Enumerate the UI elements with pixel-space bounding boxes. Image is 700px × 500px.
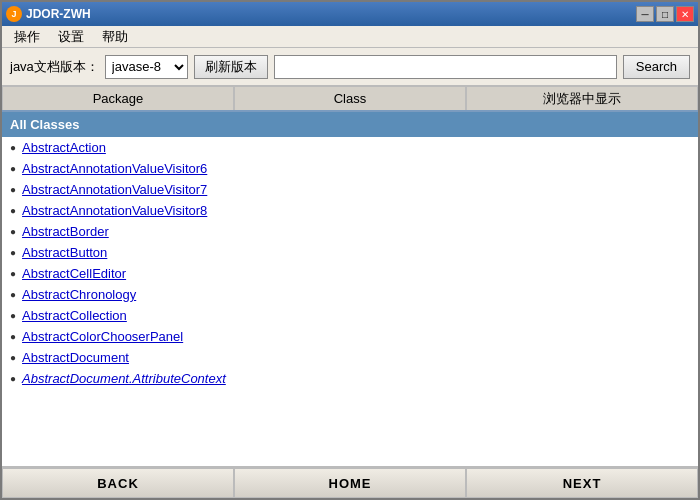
class-link[interactable]: AbstractAnnotationValueVisitor6: [22, 161, 207, 176]
refresh-button[interactable]: 刷新版本: [194, 55, 268, 79]
bullet-icon: ●: [10, 184, 16, 195]
list-item[interactable]: ●AbstractDocument.AttributeContext: [2, 368, 698, 389]
bullet-icon: ●: [10, 226, 16, 237]
list-panel: All Classes ●AbstractAction●AbstractAnno…: [2, 112, 698, 466]
list-item[interactable]: ●AbstractCellEditor: [2, 263, 698, 284]
title-bar: J JDOR-ZWH ─ □ ✕: [2, 2, 698, 26]
version-dropdown[interactable]: javase-8 javase-11 javase-17: [106, 56, 187, 78]
bullet-icon: ●: [10, 205, 16, 216]
window-controls: ─ □ ✕: [636, 6, 694, 22]
search-input[interactable]: [274, 55, 617, 79]
menu-item-help[interactable]: 帮助: [94, 26, 136, 48]
version-select-wrapper[interactable]: javase-8 javase-11 javase-17: [105, 55, 188, 79]
class-link[interactable]: AbstractAnnotationValueVisitor7: [22, 182, 207, 197]
bullet-icon: ●: [10, 163, 16, 174]
class-link[interactable]: AbstractDocument.AttributeContext: [22, 371, 226, 386]
menu-bar: 操作 设置 帮助: [2, 26, 698, 48]
list-header: All Classes: [2, 112, 698, 137]
bullet-icon: ●: [10, 331, 16, 342]
close-button[interactable]: ✕: [676, 6, 694, 22]
home-button[interactable]: HOME: [234, 468, 466, 498]
minimize-button[interactable]: ─: [636, 6, 654, 22]
window-title: JDOR-ZWH: [26, 7, 91, 21]
class-link[interactable]: AbstractAction: [22, 140, 106, 155]
class-link[interactable]: AbstractCollection: [22, 308, 127, 323]
bullet-icon: ●: [10, 142, 16, 153]
list-item[interactable]: ●AbstractAnnotationValueVisitor8: [2, 200, 698, 221]
app-icon: J: [6, 6, 22, 22]
list-item[interactable]: ●AbstractAnnotationValueVisitor6: [2, 158, 698, 179]
bottom-nav: BACK HOME NEXT: [2, 466, 698, 498]
class-link[interactable]: AbstractColorChooserPanel: [22, 329, 183, 344]
bullet-icon: ●: [10, 247, 16, 258]
class-link[interactable]: AbstractCellEditor: [22, 266, 126, 281]
list-item[interactable]: ●AbstractDocument: [2, 347, 698, 368]
class-link[interactable]: AbstractDocument: [22, 350, 129, 365]
class-link[interactable]: AbstractBorder: [22, 224, 109, 239]
search-button[interactable]: Search: [623, 55, 690, 79]
version-label: java文档版本：: [10, 58, 99, 76]
list-scroll[interactable]: ●AbstractAction●AbstractAnnotationValueV…: [2, 137, 698, 466]
list-item[interactable]: ●AbstractButton: [2, 242, 698, 263]
tab-bar: Package Class 浏览器中显示: [2, 86, 698, 112]
content-area: All Classes ●AbstractAction●AbstractAnno…: [2, 112, 698, 466]
tab-class[interactable]: Class: [234, 86, 466, 110]
list-item[interactable]: ●AbstractAnnotationValueVisitor7: [2, 179, 698, 200]
maximize-button[interactable]: □: [656, 6, 674, 22]
next-button[interactable]: NEXT: [466, 468, 698, 498]
back-button[interactable]: BACK: [2, 468, 234, 498]
menu-item-settings[interactable]: 设置: [50, 26, 92, 48]
bullet-icon: ●: [10, 289, 16, 300]
list-item[interactable]: ●AbstractAction: [2, 137, 698, 158]
class-link[interactable]: AbstractChronology: [22, 287, 136, 302]
class-link[interactable]: AbstractAnnotationValueVisitor8: [22, 203, 207, 218]
toolbar: java文档版本： javase-8 javase-11 javase-17 刷…: [2, 48, 698, 86]
main-window: J JDOR-ZWH ─ □ ✕ 操作 设置 帮助 java文档版本： java…: [0, 0, 700, 500]
bullet-icon: ●: [10, 352, 16, 363]
list-item[interactable]: ●AbstractChronology: [2, 284, 698, 305]
list-item[interactable]: ●AbstractColorChooserPanel: [2, 326, 698, 347]
bullet-icon: ●: [10, 268, 16, 279]
tab-class-label: Class: [334, 91, 367, 106]
tab-package[interactable]: Package: [2, 86, 234, 110]
list-item[interactable]: ●AbstractBorder: [2, 221, 698, 242]
bullet-icon: ●: [10, 310, 16, 321]
tab-browser-label: 浏览器中显示: [543, 90, 621, 108]
menu-item-action[interactable]: 操作: [6, 26, 48, 48]
tab-package-label: Package: [93, 91, 144, 106]
title-bar-left: J JDOR-ZWH: [6, 6, 91, 22]
bullet-icon: ●: [10, 373, 16, 384]
class-link[interactable]: AbstractButton: [22, 245, 107, 260]
list-item[interactable]: ●AbstractCollection: [2, 305, 698, 326]
tab-browser[interactable]: 浏览器中显示: [466, 86, 698, 110]
